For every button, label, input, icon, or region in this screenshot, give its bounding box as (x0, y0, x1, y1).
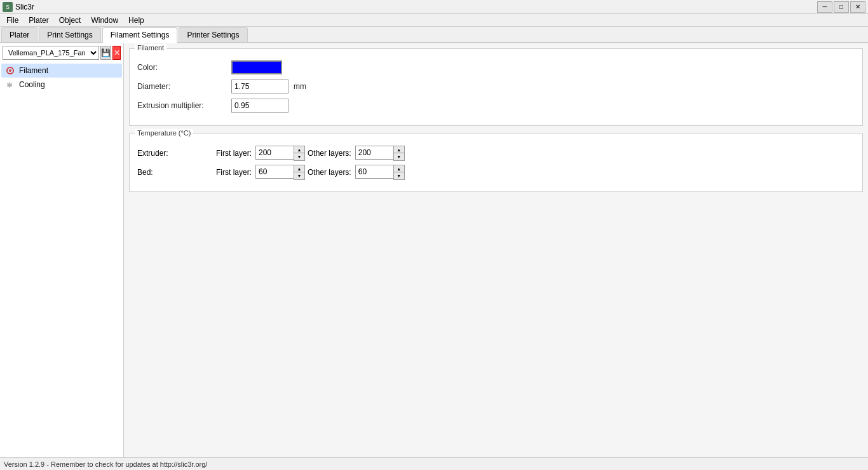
menu-plater[interactable]: Plater (24, 15, 53, 26)
profile-save-button[interactable]: 💾 (100, 46, 111, 60)
extruder-first-btns: ▲ ▼ (294, 146, 305, 161)
app-icon: S (3, 2, 13, 12)
bed-first-btns: ▲ ▼ (294, 165, 305, 180)
extruder-first-input[interactable] (255, 146, 294, 160)
bed-first-up[interactable]: ▲ (294, 165, 304, 172)
sidebar-label-filament: Filament (19, 66, 48, 75)
tab-printer-settings[interactable]: Printer Settings (179, 27, 247, 42)
bed-first-input[interactable] (255, 165, 294, 179)
bed-first-spinner: ▲ ▼ (255, 165, 305, 180)
sidebar-item-cooling[interactable]: ❄ Cooling (1, 78, 122, 92)
color-row: Color: (137, 60, 855, 74)
extruder-first-group: First layer: ▲ ▼ (216, 146, 305, 161)
menu-object[interactable]: Object (54, 15, 86, 26)
bed-other-spinner: ▲ ▼ (355, 165, 405, 180)
sidebar: Velleman_PLA_175_Fan 💾 ✕ Filament ❄ Cool… (0, 43, 124, 457)
bed-first-group: First layer: ▲ ▼ (216, 165, 305, 180)
extruder-other-up[interactable]: ▲ (394, 146, 404, 153)
bed-other-down[interactable]: ▼ (394, 172, 404, 179)
sidebar-label-cooling: Cooling (19, 80, 45, 89)
menu-bar: File Plater Object Window Help (0, 14, 868, 27)
extrusion-label: Extrusion multiplier: (137, 101, 226, 110)
profile-dropdown[interactable]: Velleman_PLA_175_Fan (3, 46, 99, 60)
bed-other-input[interactable] (355, 165, 393, 179)
filament-section-title: Filament (135, 44, 166, 52)
tab-print-settings[interactable]: Print Settings (39, 27, 100, 42)
diameter-label: Diameter: (137, 82, 226, 91)
bed-other-label: Other layers: (308, 168, 351, 177)
extruder-other-label: Other layers: (308, 149, 351, 158)
content-area: Filament Color: Diameter: mm Extrusion m… (124, 43, 868, 457)
color-swatch[interactable] (231, 60, 282, 74)
bed-other-up[interactable]: ▲ (394, 165, 404, 172)
tab-plater[interactable]: Plater (1, 27, 37, 42)
filament-section: Filament Color: Diameter: mm Extrusion m… (129, 48, 863, 126)
extruder-other-down[interactable]: ▼ (394, 153, 404, 160)
svg-point-1 (9, 69, 11, 72)
extruder-other-spinner: ▲ ▼ (355, 146, 405, 161)
title-bar: S Slic3r ─ □ ✕ (0, 0, 868, 14)
bed-row: Bed: First layer: ▲ ▼ Other layers: (137, 165, 855, 180)
extruder-label: Extruder: (137, 149, 214, 158)
extruder-first-down[interactable]: ▼ (294, 153, 304, 160)
minimize-button[interactable]: ─ (817, 1, 832, 13)
menu-window[interactable]: Window (86, 15, 123, 26)
extrusion-input[interactable] (231, 99, 288, 113)
tab-bar: Plater Print Settings Filament Settings … (0, 27, 868, 43)
title-bar-controls: ─ □ ✕ (817, 1, 865, 13)
sidebar-item-filament[interactable]: Filament (1, 64, 122, 78)
filament-icon (5, 66, 15, 76)
diameter-row: Diameter: mm (137, 79, 855, 93)
status-bar: Version 1.2.9 - Remember to check for up… (0, 457, 868, 470)
bed-other-btns: ▲ ▼ (393, 165, 405, 180)
menu-file[interactable]: File (1, 15, 24, 26)
bed-other-group: Other layers: ▲ ▼ (308, 165, 405, 180)
filament-section-content: Color: Diameter: mm Extrusion multiplier… (130, 55, 862, 125)
app-title: Slic3r (15, 3, 34, 11)
extruder-first-spinner: ▲ ▼ (255, 146, 305, 161)
bed-first-down[interactable]: ▼ (294, 172, 304, 179)
extruder-other-input[interactable] (355, 146, 393, 160)
extruder-other-btns: ▲ ▼ (393, 146, 405, 161)
extruder-first-up[interactable]: ▲ (294, 146, 304, 153)
bed-label: Bed: (137, 168, 214, 177)
title-bar-left: S Slic3r (3, 2, 34, 12)
status-text: Version 1.2.9 - Remember to check for up… (4, 460, 207, 468)
close-button[interactable]: ✕ (850, 1, 865, 13)
profile-delete-button[interactable]: ✕ (112, 46, 121, 60)
temperature-section-title: Temperature (°C) (135, 129, 193, 137)
menu-help[interactable]: Help (123, 15, 149, 26)
bed-first-label: First layer: (216, 168, 252, 177)
temperature-section: Temperature (°C) Extruder: First layer: … (129, 134, 863, 192)
diameter-unit: mm (294, 82, 306, 91)
profile-bar: Velleman_PLA_175_Fan 💾 ✕ (1, 45, 122, 61)
extruder-other-group: Other layers: ▲ ▼ (308, 146, 405, 161)
svg-text:❄: ❄ (6, 81, 13, 89)
cooling-icon: ❄ (5, 79, 15, 90)
temperature-section-content: Extruder: First layer: ▲ ▼ Other layers: (130, 141, 862, 191)
extruder-row: Extruder: First layer: ▲ ▼ Other layers: (137, 146, 855, 161)
diameter-input[interactable] (231, 79, 288, 93)
tab-filament-settings[interactable]: Filament Settings (102, 27, 178, 43)
extruder-first-label: First layer: (216, 149, 252, 158)
maximize-button[interactable]: □ (834, 1, 849, 13)
main-layout: Velleman_PLA_175_Fan 💾 ✕ Filament ❄ Cool… (0, 43, 868, 457)
color-label: Color: (137, 63, 226, 72)
extrusion-row: Extrusion multiplier: (137, 99, 855, 113)
